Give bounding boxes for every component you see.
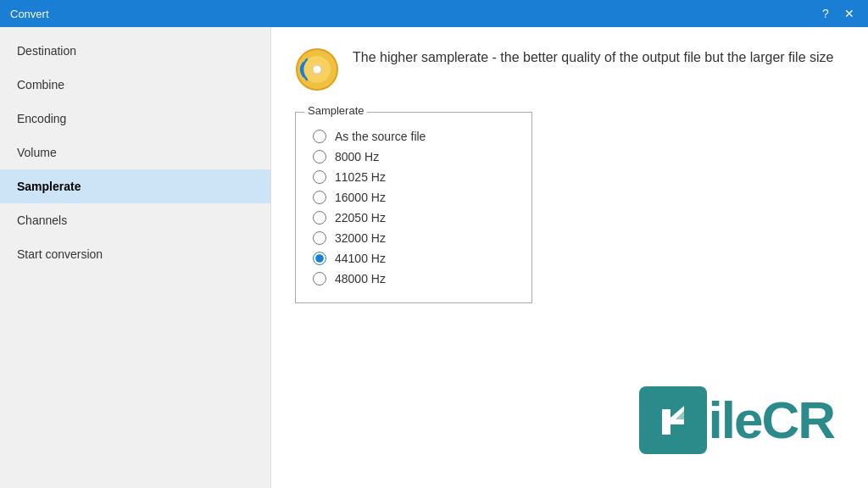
samplerate-group: Samplerate As the source file 8000 Hz 11…	[295, 112, 532, 303]
radio-label-32000: 32000 Hz	[335, 231, 386, 245]
radio-option-source[interactable]: As the source file	[313, 126, 515, 147]
radio-16000[interactable]	[313, 191, 326, 204]
sidebar-item-channels[interactable]: Channels	[0, 203, 270, 237]
radio-source[interactable]	[313, 130, 326, 143]
main-content: The higher samplerate - the better quali…	[271, 27, 868, 488]
sidebar-item-combine[interactable]: Combine	[0, 68, 270, 102]
app-title: Convert	[10, 8, 49, 20]
radio-label-16000: 16000 Hz	[335, 191, 386, 204]
filecr-text: ileCR	[709, 394, 834, 446]
radio-32000[interactable]	[313, 231, 326, 245]
close-button[interactable]: ✕	[841, 5, 858, 22]
sidebar-item-samplerate[interactable]: Samplerate	[0, 169, 270, 203]
title-bar: Convert ? ✕	[0, 0, 868, 27]
radio-option-44100[interactable]: 44100 Hz	[313, 248, 515, 269]
header-description: The higher samplerate - the better quali…	[353, 47, 833, 68]
filecr-logo: ileCR	[639, 386, 834, 454]
radio-label-11025: 11025 Hz	[335, 170, 386, 184]
sidebar-item-destination[interactable]: Destination	[0, 34, 270, 68]
radio-label-8000: 8000 Hz	[335, 150, 379, 164]
sidebar-item-encoding[interactable]: Encoding	[0, 102, 270, 136]
watermark: ileCR	[639, 386, 834, 454]
radio-label-22050: 22050 Hz	[335, 211, 386, 225]
radio-22050[interactable]	[313, 211, 326, 225]
radio-label-48000: 48000 Hz	[335, 272, 386, 286]
radio-option-11025[interactable]: 11025 Hz	[313, 167, 515, 187]
radio-8000[interactable]	[313, 150, 326, 164]
sidebar-item-volume[interactable]: Volume	[0, 136, 270, 169]
sidebar: Destination Combine Encoding Volume Samp…	[0, 27, 271, 488]
radio-44100[interactable]	[313, 252, 326, 265]
header-section: The higher samplerate - the better quali…	[295, 47, 844, 92]
window-controls: ? ✕	[817, 5, 858, 22]
samplerate-legend: Samplerate	[304, 104, 367, 117]
radio-label-source: As the source file	[335, 130, 426, 143]
radio-11025[interactable]	[313, 170, 326, 184]
radio-48000[interactable]	[313, 272, 326, 286]
app-body: Destination Combine Encoding Volume Samp…	[0, 27, 868, 488]
filecr-box-icon	[639, 386, 707, 454]
radio-option-48000[interactable]: 48000 Hz	[313, 269, 515, 289]
help-button[interactable]: ?	[817, 5, 834, 22]
radio-option-32000[interactable]: 32000 Hz	[313, 228, 515, 248]
sidebar-item-start-conversion[interactable]: Start conversion	[0, 237, 270, 271]
radio-label-44100: 44100 Hz	[335, 252, 386, 265]
svg-point-2	[313, 65, 321, 74]
samplerate-icon	[295, 47, 339, 92]
radio-option-8000[interactable]: 8000 Hz	[313, 147, 515, 167]
radio-option-16000[interactable]: 16000 Hz	[313, 187, 515, 208]
radio-option-22050[interactable]: 22050 Hz	[313, 208, 515, 228]
